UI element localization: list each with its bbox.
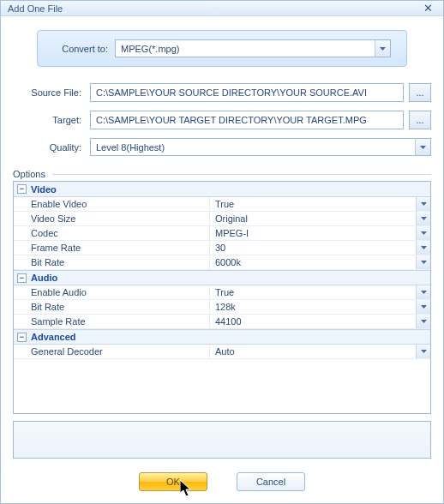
chevron-down-icon[interactable] (416, 197, 430, 211)
chevron-down-icon[interactable] (416, 285, 430, 299)
dialog-body: Convert to: MPEG(*.mpg) Source File: ...… (1, 16, 443, 503)
chevron-down-icon[interactable] (416, 212, 430, 225)
target-row: Target: ... (13, 111, 431, 129)
convert-to-value: MPEG(*.mpg) (121, 44, 179, 54)
quality-select[interactable]: Level 8(Highest) (90, 138, 431, 156)
property-value[interactable]: True (210, 285, 430, 299)
property-name: Enable Audio (14, 285, 210, 299)
property-value[interactable]: 44100 (210, 315, 430, 328)
property-row[interactable]: Sample Rate44100 (14, 315, 430, 329)
ellipsis-icon: ... (416, 87, 423, 98)
description-panel (13, 421, 431, 459)
options-header: Options (13, 169, 431, 179)
ok-label: OK (166, 477, 180, 487)
property-row[interactable]: Enable VideoTrue (14, 197, 430, 212)
property-name: Enable Video (14, 197, 210, 211)
cancel-label: Cancel (256, 477, 285, 487)
chevron-down-icon[interactable] (416, 255, 430, 269)
dialog-window: Add One File ✕ Convert to: MPEG(*.mpg) S… (0, 0, 444, 504)
collapse-icon[interactable]: − (17, 333, 27, 342)
property-name: Sample Rate (14, 315, 210, 328)
property-value[interactable]: Original (210, 212, 430, 225)
ok-button[interactable]: OK (139, 472, 207, 491)
target-input[interactable] (90, 111, 404, 129)
property-name: Codec (14, 226, 210, 240)
source-file-input[interactable] (90, 83, 404, 102)
property-row[interactable]: General DecoderAuto (14, 345, 430, 359)
property-row[interactable]: Frame Rate30 (14, 241, 430, 255)
ellipsis-icon: ... (416, 115, 423, 125)
source-file-label: Source File: (13, 87, 90, 98)
chevron-down-icon[interactable] (416, 300, 430, 314)
quality-label: Quality: (13, 142, 90, 153)
quality-value: Level 8(Highest) (96, 142, 165, 153)
source-file-row: Source File: ... (13, 83, 431, 102)
property-row[interactable]: Bit Rate128k (14, 300, 430, 315)
chevron-down-icon[interactable] (416, 315, 430, 328)
property-value[interactable]: 128k (210, 300, 430, 314)
property-name: Bit Rate (14, 300, 210, 314)
category-name: Audio (31, 273, 57, 283)
browse-target-button[interactable]: ... (409, 111, 431, 129)
convert-to-label: Convert to: (53, 44, 115, 54)
property-row[interactable]: Enable AudioTrue (14, 285, 430, 300)
category-header[interactable]: −Audio (14, 270, 430, 285)
browse-source-button[interactable]: ... (409, 83, 431, 102)
property-name: Frame Rate (14, 241, 210, 255)
target-label: Target: (13, 115, 90, 125)
category-name: Video (31, 184, 57, 195)
category-header[interactable]: −Advanced (14, 329, 430, 345)
chevron-down-icon[interactable] (416, 241, 430, 255)
property-value[interactable]: True (210, 197, 430, 211)
cancel-button[interactable]: Cancel (237, 472, 305, 491)
chevron-down-icon[interactable] (375, 40, 390, 57)
property-row[interactable]: Video SizeOriginal (14, 212, 430, 226)
property-grid[interactable]: −VideoEnable VideoTrueVideo SizeOriginal… (13, 181, 431, 414)
quality-row: Quality: Level 8(Highest) (13, 138, 431, 156)
window-title: Add One File (8, 3, 63, 14)
property-row[interactable]: Bit Rate6000k (14, 255, 430, 270)
property-value[interactable]: 6000k (210, 255, 430, 269)
collapse-icon[interactable]: − (17, 184, 27, 194)
property-value[interactable]: 30 (210, 241, 430, 255)
chevron-down-icon[interactable] (415, 139, 430, 155)
convert-panel: Convert to: MPEG(*.mpg) (37, 30, 407, 67)
divider (52, 174, 431, 175)
close-icon[interactable]: ✕ (420, 2, 436, 15)
property-name: General Decoder (14, 345, 210, 358)
property-name: Video Size (14, 212, 210, 225)
collapse-icon[interactable]: − (17, 273, 27, 283)
category-name: Advanced (31, 332, 76, 342)
property-value[interactable]: Auto (210, 345, 430, 358)
title-bar[interactable]: Add One File ✕ (1, 1, 443, 16)
chevron-down-icon[interactable] (416, 345, 430, 358)
property-row[interactable]: CodecMPEG-I (14, 226, 430, 241)
property-name: Bit Rate (14, 255, 210, 269)
button-row: OK Cancel (13, 472, 431, 491)
convert-to-select[interactable]: MPEG(*.mpg) (115, 39, 391, 57)
chevron-down-icon[interactable] (416, 226, 430, 240)
category-header[interactable]: −Video (14, 182, 430, 197)
property-value[interactable]: MPEG-I (210, 226, 430, 240)
options-label-text: Options (13, 169, 45, 179)
